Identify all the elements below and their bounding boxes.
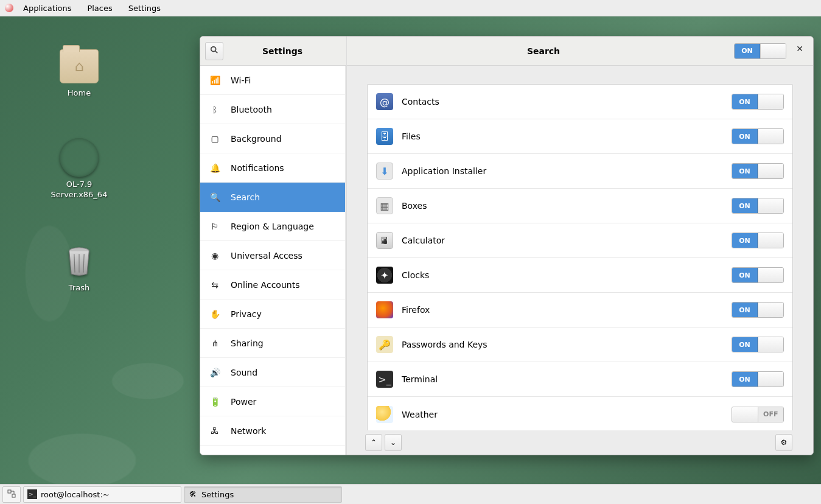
bluetooth-icon: ᛒ xyxy=(210,105,220,114)
toggle-on-label: ON xyxy=(732,94,758,109)
desktop-icon-home[interactable]: ⌂ Home xyxy=(49,47,110,99)
move-up-button[interactable]: ⌃ xyxy=(365,434,382,451)
sidebar-item-privacy[interactable]: ✋Privacy xyxy=(200,299,345,329)
files-icon: 🗄 xyxy=(376,128,393,145)
search-app-label: Application Installer xyxy=(402,166,732,176)
terminal-icon: >_ xyxy=(27,489,37,499)
search-app-label: Terminal xyxy=(402,374,732,384)
search-app-row-calculator[interactable]: 🖩CalculatorON xyxy=(368,223,792,258)
desktop-icon-label: Trash xyxy=(49,283,110,293)
weather-icon xyxy=(376,406,393,423)
content-footer: ⌃ ⌄ ⚙ xyxy=(347,430,813,455)
move-down-button[interactable]: ⌄ xyxy=(385,434,402,451)
contacts-icon: @ xyxy=(376,93,393,110)
search-app-label: Calculator xyxy=(402,236,732,245)
search-app-row-firefox[interactable]: FirefoxON xyxy=(368,293,792,327)
sharing-icon: ⋔ xyxy=(210,338,220,348)
toggle-on-label: ON xyxy=(732,303,758,317)
search-app-row-weather[interactable]: WeatherOFF xyxy=(368,397,792,430)
toggle-passwords[interactable]: ON xyxy=(732,337,784,352)
background-icon: ▢ xyxy=(210,134,220,144)
search-app-row-installer[interactable]: ⬇Application InstallerON xyxy=(368,154,792,189)
sidebar-item-universal[interactable]: ◉Universal Access xyxy=(200,241,345,270)
search-master-toggle[interactable]: ON OFF xyxy=(734,43,786,59)
sidebar-item-label: Privacy xyxy=(231,309,262,319)
sidebar-item-notifications[interactable]: 🔔Notifications xyxy=(200,153,345,183)
toggle-clocks[interactable]: ON xyxy=(732,267,784,283)
taskbar-item-terminal[interactable]: >_ root@localhost:~ xyxy=(23,486,181,503)
sidebar-item-background[interactable]: ▢Background xyxy=(200,124,345,153)
toggle-contacts[interactable]: ON xyxy=(732,94,784,110)
sidebar-item-label: Search xyxy=(231,192,260,202)
sidebar-item-sound[interactable]: 🔊Sound xyxy=(200,358,345,387)
sidebar-item-label: Background xyxy=(231,134,282,144)
toggle-boxes[interactable]: ON xyxy=(732,198,784,214)
sidebar-item-bluetooth[interactable]: ᛒBluetooth xyxy=(200,95,345,124)
toggle-on-label: ON xyxy=(735,44,760,58)
desktop-icon-label: Home xyxy=(49,88,110,99)
sidebar-item-search[interactable]: 🔍Search xyxy=(200,183,345,212)
sidebar-header: Settings xyxy=(200,37,346,66)
toggle-terminal[interactable]: ON xyxy=(732,371,784,387)
sidebar-item-power[interactable]: 🔋Power xyxy=(200,387,345,416)
search-app-row-boxes[interactable]: ▦BoxesON xyxy=(368,189,792,223)
search-icon xyxy=(210,45,218,57)
toggle-firefox[interactable]: ON xyxy=(732,302,784,318)
menu-applications[interactable]: Applications xyxy=(23,4,71,13)
toggle-weather[interactable]: OFF xyxy=(732,407,784,422)
sidebar-item-wifi[interactable]: 📶Wi-Fi xyxy=(200,66,345,95)
sidebar-list[interactable]: 📶Wi-FiᛒBluetooth▢Background🔔Notification… xyxy=(200,66,346,455)
toggle-on-label: ON xyxy=(732,198,758,213)
search-app-row-clocks[interactable]: ✦ClocksON xyxy=(368,258,792,293)
menu-places[interactable]: Places xyxy=(87,4,112,13)
toggle-knob xyxy=(758,303,783,317)
search-app-row-files[interactable]: 🗄FilesON xyxy=(368,119,792,154)
network-icon: 🖧 xyxy=(210,426,220,436)
toggle-on-label: ON xyxy=(732,337,758,352)
sidebar-item-label: Notifications xyxy=(231,163,284,173)
sidebar-item-label: Wi-Fi xyxy=(231,75,251,85)
firefox-icon xyxy=(376,301,393,318)
workspace-icon xyxy=(7,489,16,500)
toggle-on-label: ON xyxy=(732,129,758,144)
sound-icon: 🔊 xyxy=(210,368,220,377)
search-app-row-contacts[interactable]: @ContactsON xyxy=(368,85,792,119)
search-app-label: Weather xyxy=(402,410,732,419)
search-app-row-passwords[interactable]: 🔑Passwords and KeysON xyxy=(368,327,792,362)
sidebar-title: Settings xyxy=(223,46,341,56)
search-app-label: Passwords and Keys xyxy=(402,340,732,349)
desktop-icon-disc[interactable]: OL-7.9 Server.x86_64 xyxy=(49,138,110,200)
toggle-knob xyxy=(758,337,783,352)
menu-settings[interactable]: Settings xyxy=(128,4,161,13)
sidebar-search-button[interactable] xyxy=(205,42,223,60)
toggle-knob xyxy=(758,198,783,213)
toggle-knob xyxy=(758,94,783,109)
toggle-calculator[interactable]: ON xyxy=(732,233,784,248)
settings-icon: 🛠 xyxy=(188,489,198,499)
sidebar-item-network[interactable]: 🖧Network xyxy=(200,416,345,446)
sidebar-item-region[interactable]: 🏳Region & Language xyxy=(200,212,345,241)
search-app-row-terminal[interactable]: >_TerminalON xyxy=(368,362,792,397)
search-app-label: Contacts xyxy=(402,97,732,107)
workspace-switcher-button[interactable] xyxy=(2,486,21,503)
terminal-icon: >_ xyxy=(376,371,393,388)
toggle-knob xyxy=(758,164,783,178)
sidebar-item-label: Network xyxy=(231,426,266,436)
settings-content: Search ON OFF ✕ @ContactsON🗄FilesON⬇Appl… xyxy=(347,37,813,455)
content-title: Search xyxy=(353,46,734,56)
online-icon: ⇆ xyxy=(210,280,220,290)
desktop-icon-label: OL-7.9 Server.x86_64 xyxy=(49,180,110,200)
settings-window: Settings 📶Wi-FiᛒBluetooth▢Background🔔Not… xyxy=(200,36,814,455)
toggle-installer[interactable]: ON xyxy=(732,163,784,179)
window-close-button[interactable]: ✕ xyxy=(792,44,807,58)
toggle-off-label: OFF xyxy=(758,407,784,422)
sidebar-item-label: Online Accounts xyxy=(231,280,299,290)
taskbar-item-settings[interactable]: 🛠 Settings xyxy=(184,486,342,503)
sidebar-item-label: Power xyxy=(231,397,256,407)
sidebar-item-online[interactable]: ⇆Online Accounts xyxy=(200,270,345,299)
desktop-icon-trash[interactable]: Trash xyxy=(49,242,110,293)
taskbar-item-label: root@localhost:~ xyxy=(41,490,110,499)
toggle-files[interactable]: ON xyxy=(732,128,784,144)
sidebar-item-sharing[interactable]: ⋔Sharing xyxy=(200,329,345,358)
search-settings-button[interactable]: ⚙ xyxy=(775,434,792,451)
